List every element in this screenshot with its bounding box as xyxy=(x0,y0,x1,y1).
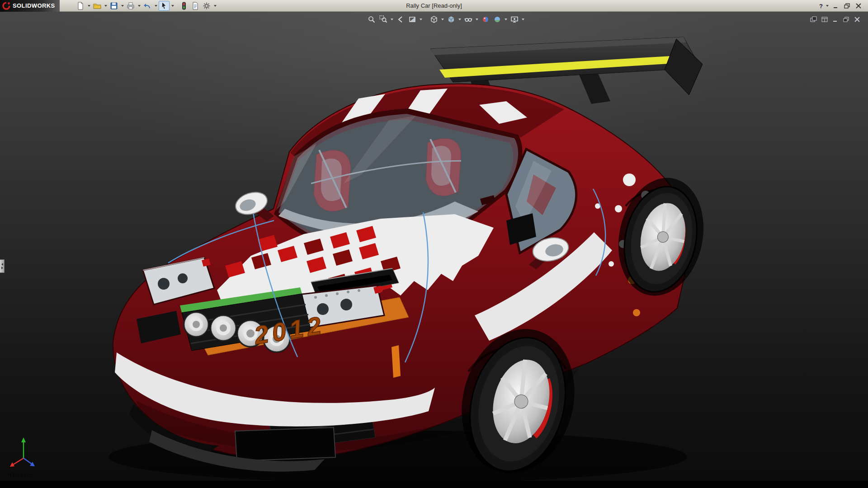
view-orientation-dropdown[interactable] xyxy=(440,14,445,24)
display-style-icon xyxy=(447,15,455,23)
print-dropdown[interactable] xyxy=(137,1,142,11)
close-document-button[interactable] xyxy=(853,15,862,23)
orientation-triad xyxy=(10,435,45,471)
hide-show-items-dropdown[interactable] xyxy=(475,14,479,24)
print-button[interactable] xyxy=(125,1,136,11)
restore-document-icon xyxy=(843,16,850,23)
undo-dropdown[interactable] xyxy=(153,1,158,11)
new-document-button[interactable] xyxy=(75,1,86,11)
arrange-windows-icon xyxy=(810,16,817,23)
new-document-icon xyxy=(76,2,85,10)
rally-car-model[interactable]: 2012 xyxy=(0,12,868,488)
edit-appearance-ball-icon xyxy=(481,15,490,23)
new-window-icon xyxy=(821,16,828,23)
view-settings-button[interactable] xyxy=(509,14,520,24)
splitter-right-arrow-icon xyxy=(1,267,3,269)
new-document-dropdown[interactable] xyxy=(86,1,91,11)
select-cursor-icon xyxy=(160,2,168,10)
heads-up-view-toolbar xyxy=(366,14,525,24)
previous-view-button[interactable] xyxy=(395,14,406,24)
apply-scene-dropdown[interactable] xyxy=(504,14,508,24)
options-dropdown[interactable] xyxy=(212,1,217,11)
view-orientation-label: *Dimetric xyxy=(7,472,33,479)
save-button[interactable] xyxy=(108,1,119,11)
minimize-button[interactable] xyxy=(831,1,841,10)
splitter-left-arrow-icon xyxy=(1,263,3,266)
previous-view-icon xyxy=(396,15,405,23)
hide-show-items-button[interactable] xyxy=(463,14,474,24)
zoom-to-area-button[interactable] xyxy=(378,14,389,24)
open-dropdown[interactable] xyxy=(103,1,108,11)
view-orientation-button[interactable] xyxy=(429,14,439,24)
brand-name: SOLIDWORKS xyxy=(13,2,55,9)
license-plate xyxy=(235,427,335,461)
save-dropdown[interactable] xyxy=(120,1,125,11)
rebuild-button[interactable] xyxy=(179,1,189,11)
arrange-windows-button[interactable] xyxy=(809,15,818,23)
open-button[interactable] xyxy=(92,1,103,11)
options-gear-icon xyxy=(203,2,211,10)
save-icon xyxy=(110,2,118,10)
minimize-document-button[interactable] xyxy=(831,15,840,23)
file-properties-button[interactable] xyxy=(190,1,201,11)
apply-scene-icon xyxy=(493,15,501,23)
window-controls: ? xyxy=(819,0,863,12)
title-bar[interactable]: SOLIDWORKS xyxy=(0,0,868,12)
close-button[interactable] xyxy=(854,1,863,10)
viewport-3d[interactable]: 2012 xyxy=(0,12,868,488)
view-settings-icon xyxy=(510,15,519,23)
section-view-dropdown[interactable] xyxy=(419,14,423,24)
new-window-button[interactable] xyxy=(820,15,829,23)
main-toolbar xyxy=(75,1,217,11)
window-title: Rally Car [Read-only] xyxy=(406,0,462,12)
minimize-document-icon xyxy=(832,16,839,23)
rebuild-traffic-light-icon xyxy=(180,2,188,10)
select-tool-button[interactable] xyxy=(159,1,170,11)
display-style-dropdown[interactable] xyxy=(458,14,462,24)
bottom-status-strip xyxy=(0,481,868,488)
restore-button[interactable] xyxy=(842,1,852,10)
restore-icon xyxy=(844,3,850,9)
undo-icon xyxy=(143,2,151,10)
minimize-icon xyxy=(833,3,839,9)
undo-button[interactable] xyxy=(142,1,153,11)
panel-splitter-tab[interactable] xyxy=(0,259,5,273)
ds-swirl-icon xyxy=(2,1,11,10)
view-orientation-cube-icon xyxy=(430,15,438,23)
zoom-dropdown[interactable] xyxy=(390,14,394,24)
document-window-controls xyxy=(809,15,862,23)
section-view-icon xyxy=(408,15,416,23)
select-tool-dropdown[interactable] xyxy=(170,1,175,11)
zoom-to-fit-icon xyxy=(368,15,376,23)
options-button[interactable] xyxy=(201,1,212,11)
close-icon xyxy=(855,3,862,9)
zoom-to-fit-button[interactable] xyxy=(366,14,377,24)
restore-document-button[interactable] xyxy=(842,15,851,23)
help-dropdown[interactable] xyxy=(825,1,830,11)
solidworks-logo: SOLIDWORKS xyxy=(0,0,60,12)
edit-appearance-button[interactable] xyxy=(480,14,491,24)
open-folder-icon xyxy=(93,2,101,10)
help-button[interactable]: ? xyxy=(819,3,823,9)
file-properties-icon xyxy=(191,2,199,10)
close-document-icon xyxy=(854,16,861,23)
apply-scene-button[interactable] xyxy=(492,14,503,24)
print-icon xyxy=(127,2,135,10)
zoom-to-area-icon xyxy=(379,15,387,23)
hide-show-glasses-icon xyxy=(464,15,472,23)
display-style-button[interactable] xyxy=(446,14,457,24)
section-view-button[interactable] xyxy=(407,14,418,24)
view-settings-dropdown[interactable] xyxy=(521,14,525,24)
